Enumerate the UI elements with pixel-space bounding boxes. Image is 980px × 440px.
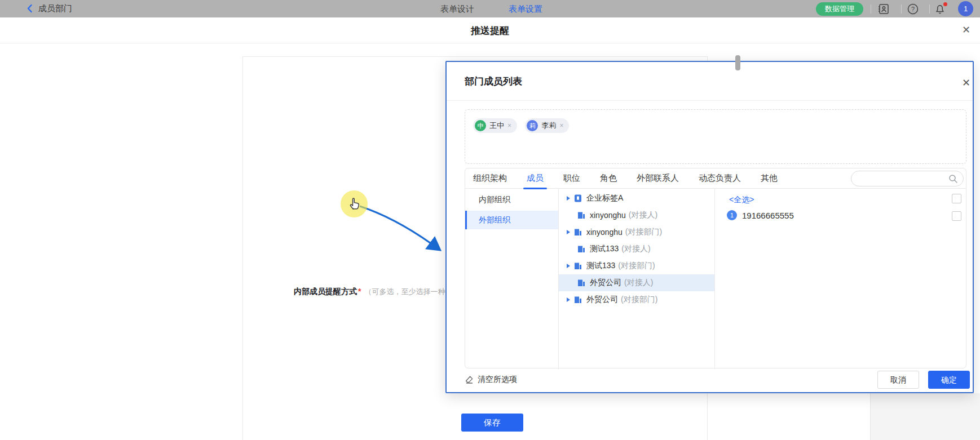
company-icon <box>573 228 582 237</box>
tab-form-design[interactable]: 表单设计 <box>440 4 474 15</box>
modal-close-icon[interactable]: ✕ <box>962 77 970 89</box>
tree-label: 企业标签A <box>586 193 623 203</box>
modal-footer: 清空所选项 取消 确定 <box>447 368 973 392</box>
top-bar: 成员部门 表单设计 表单设置 数据管理 ? 1 <box>0 0 980 17</box>
cancel-button[interactable]: 取消 <box>877 371 919 389</box>
company-icon <box>573 295 582 304</box>
tab-external-contacts[interactable]: 外部联系人 <box>637 173 679 184</box>
tree-item[interactable]: 外贸公司 (对接部门) <box>559 291 714 308</box>
tree-label: xinyonghu <box>586 228 623 237</box>
drawer-header: 推送提醒 ✕ <box>0 17 980 43</box>
expand-icon[interactable] <box>567 196 570 201</box>
selected-member-tag[interactable]: 莉 李莉 × <box>525 118 569 133</box>
clear-selection[interactable]: 清空所选项 <box>465 375 517 385</box>
modal-title: 部门成员列表 <box>465 75 522 88</box>
company-icon <box>577 245 586 254</box>
divider <box>871 5 871 14</box>
tree-suffix: (对接人) <box>624 278 653 288</box>
scrollbar-thumb[interactable] <box>735 55 740 70</box>
eraser-icon <box>465 375 474 384</box>
tree-item-selected[interactable]: 外贸公司 (对接人) <box>559 274 714 291</box>
tree-suffix: (对接人) <box>629 210 657 220</box>
notification-badge <box>943 2 947 6</box>
tab-positions[interactable]: 职位 <box>563 173 580 184</box>
tree-suffix: (对接部门) <box>618 261 655 271</box>
avatar: 1 <box>727 210 737 220</box>
company-icon <box>577 278 586 287</box>
avatar: 中 <box>475 120 486 131</box>
expand-icon[interactable] <box>567 230 570 234</box>
tree-item[interactable]: 测试133 (对接人) <box>559 241 714 257</box>
tree-suffix: (对接部门) <box>621 295 657 305</box>
contacts-icon[interactable] <box>877 3 890 15</box>
remove-tag-icon[interactable]: × <box>507 122 511 130</box>
drawer-close-icon[interactable]: ✕ <box>962 24 970 36</box>
required-mark: * <box>358 287 361 296</box>
divider <box>929 5 930 14</box>
background-panel-corner <box>870 393 980 440</box>
member-name: 王中 <box>489 121 504 131</box>
expand-icon[interactable] <box>567 297 570 302</box>
tree-label: 测试133 <box>590 244 619 254</box>
tab-members[interactable]: 成员 <box>527 173 544 184</box>
tab-dynamic-owner[interactable]: 动态负责人 <box>699 173 741 184</box>
avatar: 莉 <box>527 120 538 131</box>
member-checkbox[interactable] <box>952 211 961 221</box>
picker-panel: 组织架构 成员 职位 角色 外部联系人 动态负责人 其他 内部组织 外部组织 企… <box>465 168 966 368</box>
save-button[interactable]: 保存 <box>461 414 523 432</box>
search-icon <box>948 174 958 184</box>
methods-label: 内部成员提醒方式* <box>294 287 361 296</box>
member-phone: 19166665555 <box>742 211 794 220</box>
member-list-panel: <全选> 1 19166665555 <box>715 189 967 369</box>
tree-item[interactable]: 测试133 (对接部门) <box>559 257 714 274</box>
modal-header-divider <box>447 100 973 101</box>
tab-org-structure[interactable]: 组织架构 <box>473 173 507 184</box>
tree-item[interactable]: xinyonghu (对接部门) <box>559 224 714 241</box>
select-all-checkbox[interactable] <box>952 194 961 203</box>
tree-suffix: (对接部门) <box>625 227 662 237</box>
org-type-panel: 内部组织 外部组织 <box>465 189 559 369</box>
picker-tabs: 组织架构 成员 职位 角色 外部联系人 动态负责人 其他 <box>465 168 966 189</box>
back-icon[interactable] <box>25 3 35 14</box>
search-input[interactable] <box>851 171 964 186</box>
page-title: 推送提醒 <box>0 24 980 37</box>
tab-form-settings[interactable]: 表单设置 <box>509 4 542 15</box>
tree-label: 外贸公司 <box>590 278 621 288</box>
select-all-link[interactable]: <全选> <box>729 195 754 205</box>
divider <box>901 5 902 14</box>
tab-roles[interactable]: 角色 <box>600 173 617 184</box>
tree-label: 外贸公司 <box>586 295 618 305</box>
tab-other[interactable]: 其他 <box>761 173 778 184</box>
svg-text:?: ? <box>911 6 915 12</box>
company-icon <box>573 261 582 270</box>
clear-selection-label: 清空所选项 <box>478 375 517 385</box>
tree-suffix: (对接人) <box>621 244 650 254</box>
member-name: 李莉 <box>541 121 556 131</box>
org-tree-panel: 企业标签A xinyonghu (对接人) xinyonghu (对接部门) 测… <box>559 189 715 369</box>
tree-item[interactable]: 企业标签A <box>559 190 714 207</box>
remove-tag-icon[interactable]: × <box>559 122 563 130</box>
org-internal-item[interactable]: 内部组织 <box>465 190 558 209</box>
expand-icon[interactable] <box>567 264 570 268</box>
hand-cursor-icon <box>348 195 361 212</box>
member-row[interactable]: 1 19166665555 <box>727 210 794 220</box>
tree-item[interactable]: xinyonghu (对接人) <box>559 207 714 224</box>
org-external-item[interactable]: 外部组织 <box>465 211 558 229</box>
form-name-label: 成员部门 <box>38 3 72 14</box>
user-avatar[interactable]: 1 <box>958 1 973 16</box>
selected-member-tag[interactable]: 中 王中 × <box>473 118 517 133</box>
confirm-button[interactable]: 确定 <box>928 371 970 389</box>
company-icon <box>577 211 586 220</box>
data-manage-button[interactable]: 数据管理 <box>816 2 863 16</box>
tree-label: xinyonghu <box>590 211 626 220</box>
tree-label: 测试133 <box>586 261 615 271</box>
selected-members-box: 中 王中 × 莉 李莉 × <box>465 109 966 164</box>
tag-icon <box>573 194 582 203</box>
member-picker-modal: 部门成员列表 ✕ 中 王中 × 莉 李莉 × 组织架构 成员 职位 角色 外部联… <box>445 61 974 393</box>
help-icon[interactable]: ? <box>907 3 919 15</box>
